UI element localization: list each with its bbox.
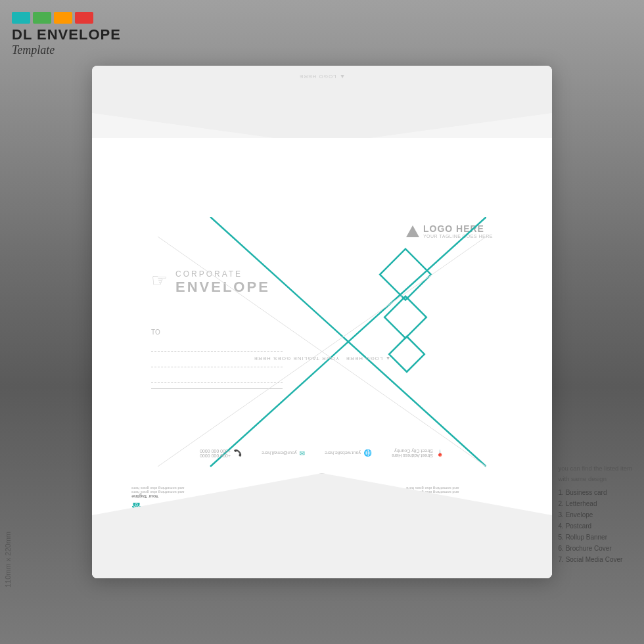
contact-website-text: your.website.here: [325, 451, 361, 456]
flap-logo-text: ▲ LOGO HERE: [299, 74, 346, 80]
contact-area: 📞 +000 000 0000+000 000 0000 ✉ your@emai…: [92, 444, 552, 463]
phone-icon: 📞: [234, 450, 242, 457]
swatch-orange: [54, 12, 72, 24]
envelope-container: ▲ LOGO HERE ▲ LOGO HERE ▲ LOGO HERE LOGO…: [92, 66, 552, 578]
right-info-item-7: 7. Social Media Cover: [559, 554, 632, 565]
contact-email: ✉ your@email.here: [262, 449, 305, 458]
contact-phone: 📞 +000 000 0000+000 000 0000: [200, 449, 242, 458]
right-info-intro: you can find the listed itemwith same de…: [559, 463, 632, 484]
bottom-logo-text: ▲ LOGO HERE YOUR TAGLINE GOES HERE: [254, 356, 391, 361]
title-main: DL ENVELOPE: [12, 28, 121, 42]
contact-email-text: your@email.here: [262, 451, 296, 456]
contact-website: 🌐 your.website.here: [325, 449, 372, 458]
website-icon: 🌐: [364, 450, 372, 457]
contact-phone-text: +000 000 0000+000 000 0000: [200, 449, 231, 458]
service-desc-1: and something else goes hereand somethin…: [131, 486, 184, 494]
right-info: you can find the listed itemwith same de…: [559, 463, 632, 565]
flap-logo-label: LOGO HERE: [299, 74, 336, 80]
bottom-logo-area: ▲ LOGO HERE YOUR TAGLINE GOES HERE: [92, 356, 552, 361]
right-info-item-1: 1. Business card: [559, 487, 632, 498]
dimensions-label: 110mm x 220mm: [4, 532, 12, 587]
location-icon: 📍: [436, 450, 444, 457]
service-tagline-1: Your Tagline: [131, 494, 158, 499]
swatch-green: [33, 12, 51, 24]
right-info-item-2: 2. Letterhead: [559, 498, 632, 509]
teal-geometric-design: [158, 217, 486, 480]
right-info-item-4: 4. Postcard: [559, 520, 632, 532]
swatch-teal: [12, 12, 30, 24]
email-icon: ✉: [300, 450, 305, 457]
contact-address: 📍 Street Address HereStreet City Country: [392, 449, 444, 458]
title-area: DL ENVELOPE Template: [12, 28, 121, 57]
envelope-flap-top: ▲ LOGO HERE: [92, 66, 552, 145]
right-info-item-6: 6. Brochure Cover: [559, 543, 632, 554]
flap-logo-triangle: ▲: [338, 74, 345, 80]
swatch-red: [75, 12, 93, 24]
right-info-item-5: 5. Rollup Banner: [559, 532, 632, 543]
contact-address-text: Street Address HereStreet City Country: [392, 449, 433, 458]
title-sub: Template: [12, 43, 121, 57]
color-swatches: [12, 12, 93, 24]
right-info-item-3: 3. Envelope: [559, 509, 632, 520]
svg-rect-4: [389, 336, 425, 372]
